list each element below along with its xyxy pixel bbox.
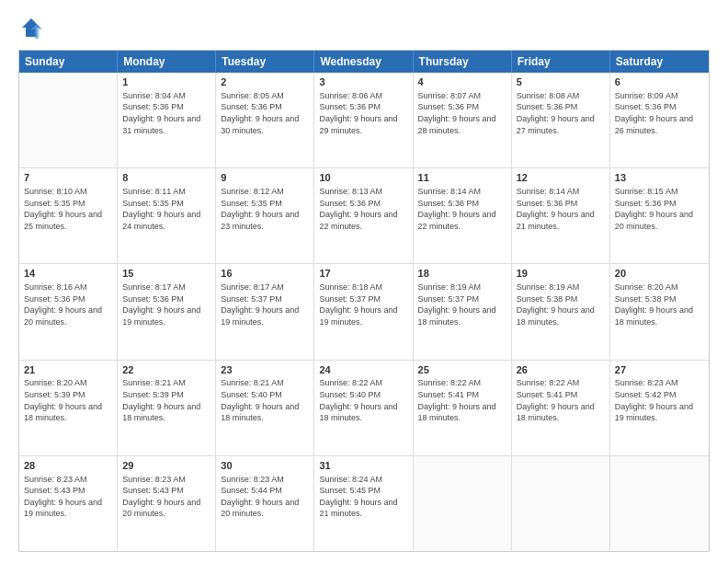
day-number: 4 xyxy=(418,75,506,89)
day-number: 27 xyxy=(615,363,704,377)
calendar-cell: 23Sunrise: 8:21 AMSunset: 5:40 PMDayligh… xyxy=(216,361,314,455)
cell-info: Sunrise: 8:21 AMSunset: 5:40 PMDaylight:… xyxy=(221,377,309,423)
day-number: 20 xyxy=(615,267,704,281)
header xyxy=(18,15,710,40)
day-number: 29 xyxy=(122,459,210,473)
cell-info: Sunrise: 8:04 AMSunset: 5:36 PMDaylight:… xyxy=(122,90,210,136)
calendar-cell xyxy=(610,456,709,551)
calendar-cell: 10Sunrise: 8:13 AMSunset: 5:36 PMDayligh… xyxy=(314,168,413,263)
calendar-cell: 12Sunrise: 8:14 AMSunset: 5:36 PMDayligh… xyxy=(512,168,610,263)
calendar-cell: 9Sunrise: 8:12 AMSunset: 5:35 PMDaylight… xyxy=(216,168,314,263)
calendar-cell: 15Sunrise: 8:17 AMSunset: 5:36 PMDayligh… xyxy=(118,264,216,359)
cell-info: Sunrise: 8:14 AMSunset: 5:36 PMDaylight:… xyxy=(517,186,605,232)
day-number: 23 xyxy=(221,363,309,377)
cell-info: Sunrise: 8:21 AMSunset: 5:39 PMDaylight:… xyxy=(122,377,210,423)
cell-info: Sunrise: 8:23 AMSunset: 5:44 PMDaylight:… xyxy=(221,474,309,520)
day-number: 28 xyxy=(24,459,112,473)
day-number: 9 xyxy=(221,171,309,185)
cell-info: Sunrise: 8:07 AMSunset: 5:36 PMDaylight:… xyxy=(418,90,506,136)
calendar-cell: 8Sunrise: 8:11 AMSunset: 5:35 PMDaylight… xyxy=(118,168,216,263)
day-number: 30 xyxy=(221,459,309,473)
day-number: 10 xyxy=(319,171,407,185)
day-number: 6 xyxy=(615,75,704,89)
day-number: 31 xyxy=(319,459,407,473)
header-cell-tuesday: Tuesday xyxy=(216,51,314,73)
calendar: SundayMondayTuesdayWednesdayThursdayFrid… xyxy=(18,50,710,552)
calendar-cell: 6Sunrise: 8:09 AMSunset: 5:36 PMDaylight… xyxy=(610,73,709,167)
day-number: 3 xyxy=(319,75,407,89)
day-number: 1 xyxy=(122,75,210,89)
cell-info: Sunrise: 8:20 AMSunset: 5:39 PMDaylight:… xyxy=(24,377,112,423)
cell-info: Sunrise: 8:16 AMSunset: 5:36 PMDaylight:… xyxy=(24,282,112,327)
page: SundayMondayTuesdayWednesdayThursdayFrid… xyxy=(0,0,728,563)
calendar-cell xyxy=(414,456,512,551)
cell-info: Sunrise: 8:22 AMSunset: 5:40 PMDaylight:… xyxy=(319,377,407,423)
calendar-row: 1Sunrise: 8:04 AMSunset: 5:36 PMDaylight… xyxy=(19,73,709,168)
calendar-cell: 3Sunrise: 8:06 AMSunset: 5:36 PMDaylight… xyxy=(314,73,413,167)
day-number: 11 xyxy=(418,171,506,185)
calendar-cell: 5Sunrise: 8:08 AMSunset: 5:36 PMDaylight… xyxy=(512,73,610,167)
day-number: 22 xyxy=(122,363,210,377)
day-number: 18 xyxy=(418,267,506,281)
cell-info: Sunrise: 8:23 AMSunset: 5:43 PMDaylight:… xyxy=(122,474,210,520)
cell-info: Sunrise: 8:22 AMSunset: 5:41 PMDaylight:… xyxy=(517,377,605,423)
cell-info: Sunrise: 8:09 AMSunset: 5:36 PMDaylight:… xyxy=(615,90,704,136)
cell-info: Sunrise: 8:17 AMSunset: 5:36 PMDaylight:… xyxy=(122,282,210,327)
calendar-cell: 18Sunrise: 8:19 AMSunset: 5:37 PMDayligh… xyxy=(414,264,512,359)
cell-info: Sunrise: 8:15 AMSunset: 5:36 PMDaylight:… xyxy=(615,186,704,232)
day-number: 2 xyxy=(221,75,309,89)
calendar-cell: 2Sunrise: 8:05 AMSunset: 5:36 PMDaylight… xyxy=(216,73,314,167)
day-number: 19 xyxy=(517,267,605,281)
day-number: 7 xyxy=(24,171,112,185)
calendar-cell: 7Sunrise: 8:10 AMSunset: 5:35 PMDaylight… xyxy=(19,168,118,263)
day-number: 16 xyxy=(221,267,309,281)
calendar-cell: 27Sunrise: 8:23 AMSunset: 5:42 PMDayligh… xyxy=(610,361,709,455)
cell-info: Sunrise: 8:17 AMSunset: 5:37 PMDaylight:… xyxy=(221,282,309,327)
cell-info: Sunrise: 8:23 AMSunset: 5:43 PMDaylight:… xyxy=(24,474,112,520)
day-number: 26 xyxy=(517,363,605,377)
calendar-cell: 13Sunrise: 8:15 AMSunset: 5:36 PMDayligh… xyxy=(610,168,709,263)
calendar-cell: 26Sunrise: 8:22 AMSunset: 5:41 PMDayligh… xyxy=(512,361,610,455)
calendar-row: 21Sunrise: 8:20 AMSunset: 5:39 PMDayligh… xyxy=(19,361,709,456)
cell-info: Sunrise: 8:12 AMSunset: 5:35 PMDaylight:… xyxy=(221,186,309,232)
calendar-cell: 29Sunrise: 8:23 AMSunset: 5:43 PMDayligh… xyxy=(118,456,216,551)
logo-icon xyxy=(18,15,44,40)
cell-info: Sunrise: 8:10 AMSunset: 5:35 PMDaylight:… xyxy=(24,186,112,232)
cell-info: Sunrise: 8:08 AMSunset: 5:36 PMDaylight:… xyxy=(517,90,605,136)
day-number: 21 xyxy=(24,363,112,377)
logo xyxy=(18,15,48,40)
calendar-body: 1Sunrise: 8:04 AMSunset: 5:36 PMDaylight… xyxy=(19,73,709,551)
header-cell-saturday: Saturday xyxy=(610,51,709,73)
calendar-cell: 21Sunrise: 8:20 AMSunset: 5:39 PMDayligh… xyxy=(19,361,118,455)
day-number: 24 xyxy=(319,363,407,377)
calendar-cell: 16Sunrise: 8:17 AMSunset: 5:37 PMDayligh… xyxy=(216,264,314,359)
header-cell-monday: Monday xyxy=(118,51,216,73)
calendar-header: SundayMondayTuesdayWednesdayThursdayFrid… xyxy=(19,51,709,73)
day-number: 13 xyxy=(615,171,704,185)
cell-info: Sunrise: 8:18 AMSunset: 5:37 PMDaylight:… xyxy=(319,282,407,327)
day-number: 17 xyxy=(319,267,407,281)
calendar-cell: 24Sunrise: 8:22 AMSunset: 5:40 PMDayligh… xyxy=(314,361,413,455)
day-number: 14 xyxy=(24,267,112,281)
calendar-cell: 14Sunrise: 8:16 AMSunset: 5:36 PMDayligh… xyxy=(19,264,118,359)
calendar-cell: 11Sunrise: 8:14 AMSunset: 5:36 PMDayligh… xyxy=(414,168,512,263)
day-number: 25 xyxy=(418,363,506,377)
calendar-row: 14Sunrise: 8:16 AMSunset: 5:36 PMDayligh… xyxy=(19,264,709,360)
header-cell-wednesday: Wednesday xyxy=(314,51,413,73)
day-number: 5 xyxy=(517,75,605,89)
cell-info: Sunrise: 8:19 AMSunset: 5:37 PMDaylight:… xyxy=(418,282,506,327)
calendar-cell: 25Sunrise: 8:22 AMSunset: 5:41 PMDayligh… xyxy=(414,361,512,455)
calendar-cell: 19Sunrise: 8:19 AMSunset: 5:38 PMDayligh… xyxy=(512,264,610,359)
day-number: 15 xyxy=(122,267,210,281)
calendar-cell: 28Sunrise: 8:23 AMSunset: 5:43 PMDayligh… xyxy=(19,456,118,551)
calendar-cell xyxy=(19,73,118,167)
calendar-cell: 31Sunrise: 8:24 AMSunset: 5:45 PMDayligh… xyxy=(314,456,413,551)
day-number: 12 xyxy=(517,171,605,185)
cell-info: Sunrise: 8:19 AMSunset: 5:38 PMDaylight:… xyxy=(517,282,605,327)
cell-info: Sunrise: 8:22 AMSunset: 5:41 PMDaylight:… xyxy=(418,377,506,423)
calendar-cell: 4Sunrise: 8:07 AMSunset: 5:36 PMDaylight… xyxy=(414,73,512,167)
calendar-cell: 17Sunrise: 8:18 AMSunset: 5:37 PMDayligh… xyxy=(314,264,413,359)
cell-info: Sunrise: 8:05 AMSunset: 5:36 PMDaylight:… xyxy=(221,90,309,136)
cell-info: Sunrise: 8:13 AMSunset: 5:36 PMDaylight:… xyxy=(319,186,407,232)
calendar-cell: 22Sunrise: 8:21 AMSunset: 5:39 PMDayligh… xyxy=(118,361,216,455)
